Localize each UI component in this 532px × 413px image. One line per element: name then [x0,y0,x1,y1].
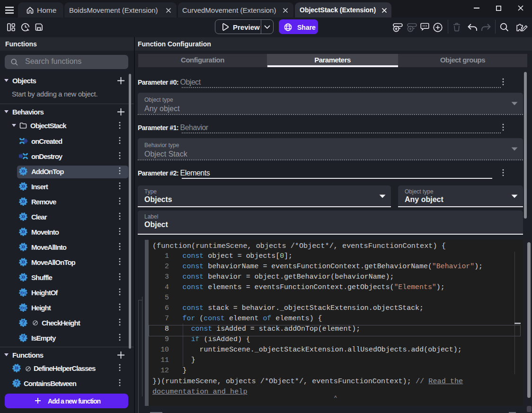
svg-text:»: » [21,243,25,251]
svg-text:»: » [21,258,25,266]
svg-text:»: » [21,273,25,281]
svg-text:f(x): f(x) [20,306,27,310]
svg-text:»: » [21,182,25,190]
svg-text:»: » [21,228,25,236]
svg-text:?: ? [21,334,25,341]
svg-text:f(x): f(x) [20,290,27,295]
svg-text:?: ? [15,380,18,387]
svg-text:»: » [21,197,25,205]
svg-text:»: » [21,212,25,220]
svg-text:»: » [14,364,18,372]
svg-text:»: » [21,167,25,175]
svg-text:?: ? [21,319,25,326]
